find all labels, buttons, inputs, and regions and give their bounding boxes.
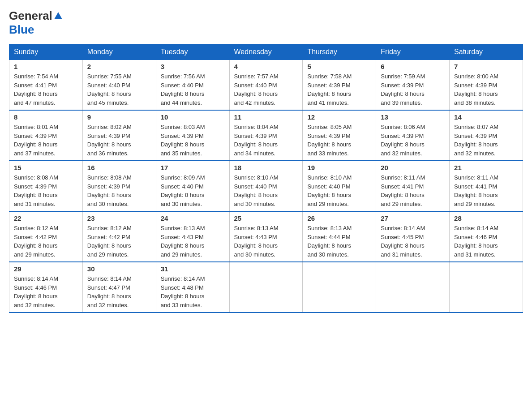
calendar-day-cell <box>376 262 450 313</box>
calendar-header-row: SundayMondayTuesdayWednesdayThursdayFrid… <box>9 44 523 60</box>
day-number: 21 <box>454 164 518 171</box>
calendar-day-cell: 22Sunrise: 8:12 AMSunset: 4:42 PMDayligh… <box>9 211 83 262</box>
calendar-day-cell: 8Sunrise: 8:01 AMSunset: 4:39 PMDaylight… <box>9 110 83 161</box>
day-number: 24 <box>161 214 225 222</box>
day-number: 2 <box>87 63 151 70</box>
day-info: Sunrise: 8:14 AMSunset: 4:46 PMDaylight:… <box>14 275 58 308</box>
calendar-header-thursday: Thursday <box>303 44 376 60</box>
calendar-day-cell: 19Sunrise: 8:10 AMSunset: 4:40 PMDayligh… <box>303 161 376 211</box>
day-info: Sunrise: 7:58 AMSunset: 4:39 PMDaylight:… <box>307 73 352 106</box>
calendar-day-cell: 6Sunrise: 7:59 AMSunset: 4:39 PMDaylight… <box>376 60 450 111</box>
calendar-day-cell: 7Sunrise: 8:00 AMSunset: 4:39 PMDaylight… <box>450 60 523 111</box>
calendar-day-cell <box>229 262 303 313</box>
day-number: 8 <box>14 113 78 121</box>
day-info: Sunrise: 8:02 AMSunset: 4:39 PMDaylight:… <box>87 124 132 157</box>
day-info: Sunrise: 8:11 AMSunset: 4:41 PMDaylight:… <box>381 174 425 207</box>
day-number: 28 <box>454 214 518 222</box>
calendar-day-cell: 14Sunrise: 8:07 AMSunset: 4:39 PMDayligh… <box>450 110 523 161</box>
calendar-week-row: 15Sunrise: 8:08 AMSunset: 4:39 PMDayligh… <box>9 161 523 211</box>
calendar-header-sunday: Sunday <box>9 44 83 60</box>
calendar-day-cell: 15Sunrise: 8:08 AMSunset: 4:39 PMDayligh… <box>9 161 83 211</box>
day-info: Sunrise: 8:10 AMSunset: 4:40 PMDaylight:… <box>307 174 352 207</box>
day-info: Sunrise: 7:57 AMSunset: 4:40 PMDaylight:… <box>234 73 279 106</box>
day-info: Sunrise: 8:14 AMSunset: 4:48 PMDaylight:… <box>161 275 205 308</box>
calendar-day-cell: 2Sunrise: 7:55 AMSunset: 4:40 PMDaylight… <box>82 60 156 111</box>
day-number: 12 <box>307 113 371 121</box>
calendar-day-cell: 23Sunrise: 8:12 AMSunset: 4:42 PMDayligh… <box>82 211 156 262</box>
day-number: 3 <box>161 63 225 70</box>
calendar-day-cell: 21Sunrise: 8:11 AMSunset: 4:41 PMDayligh… <box>450 161 523 211</box>
calendar-day-cell: 24Sunrise: 8:13 AMSunset: 4:43 PMDayligh… <box>156 211 229 262</box>
calendar-day-cell <box>450 262 523 313</box>
calendar-day-cell: 1Sunrise: 7:54 AMSunset: 4:41 PMDaylight… <box>9 60 83 111</box>
calendar-day-cell: 28Sunrise: 8:14 AMSunset: 4:46 PMDayligh… <box>450 211 523 262</box>
day-number: 17 <box>161 164 225 171</box>
calendar-day-cell: 5Sunrise: 7:58 AMSunset: 4:39 PMDaylight… <box>303 60 376 111</box>
calendar-header-saturday: Saturday <box>450 44 523 60</box>
svg-marker-0 <box>54 12 62 19</box>
day-info: Sunrise: 8:05 AMSunset: 4:39 PMDaylight:… <box>307 124 352 157</box>
day-info: Sunrise: 8:14 AMSunset: 4:47 PMDaylight:… <box>87 275 132 308</box>
calendar-day-cell: 9Sunrise: 8:02 AMSunset: 4:39 PMDaylight… <box>82 110 156 161</box>
day-info: Sunrise: 8:08 AMSunset: 4:39 PMDaylight:… <box>14 174 58 207</box>
day-number: 14 <box>454 113 518 121</box>
day-number: 10 <box>161 113 225 121</box>
logo-general-text: General <box>9 9 52 23</box>
day-info: Sunrise: 8:06 AMSunset: 4:39 PMDaylight:… <box>381 124 425 157</box>
calendar-header-friday: Friday <box>376 44 450 60</box>
calendar-day-cell <box>303 262 376 313</box>
calendar-day-cell: 26Sunrise: 8:13 AMSunset: 4:44 PMDayligh… <box>303 211 376 262</box>
day-info: Sunrise: 8:10 AMSunset: 4:40 PMDaylight:… <box>234 174 279 207</box>
day-number: 30 <box>87 265 151 273</box>
day-info: Sunrise: 7:56 AMSunset: 4:40 PMDaylight:… <box>161 73 205 106</box>
day-number: 19 <box>307 164 371 171</box>
day-info: Sunrise: 8:14 AMSunset: 4:46 PMDaylight:… <box>454 225 498 258</box>
day-info: Sunrise: 7:55 AMSunset: 4:40 PMDaylight:… <box>87 73 132 106</box>
day-number: 29 <box>14 265 78 273</box>
day-number: 13 <box>381 113 445 121</box>
calendar-day-cell: 16Sunrise: 8:08 AMSunset: 4:39 PMDayligh… <box>82 161 156 211</box>
calendar-day-cell: 4Sunrise: 7:57 AMSunset: 4:40 PMDaylight… <box>229 60 303 111</box>
calendar-day-cell: 17Sunrise: 8:09 AMSunset: 4:40 PMDayligh… <box>156 161 229 211</box>
day-number: 4 <box>234 63 298 70</box>
day-number: 31 <box>161 265 225 273</box>
day-number: 26 <box>307 214 371 222</box>
day-info: Sunrise: 8:03 AMSunset: 4:39 PMDaylight:… <box>161 124 205 157</box>
calendar-day-cell: 25Sunrise: 8:13 AMSunset: 4:43 PMDayligh… <box>229 211 303 262</box>
logo: General Blue <box>9 9 62 37</box>
calendar-day-cell: 20Sunrise: 8:11 AMSunset: 4:41 PMDayligh… <box>376 161 450 211</box>
day-info: Sunrise: 8:07 AMSunset: 4:39 PMDaylight:… <box>454 124 498 157</box>
day-number: 5 <box>307 63 371 70</box>
day-info: Sunrise: 8:12 AMSunset: 4:42 PMDaylight:… <box>87 225 132 258</box>
calendar-day-cell: 30Sunrise: 8:14 AMSunset: 4:47 PMDayligh… <box>82 262 156 313</box>
day-info: Sunrise: 8:00 AMSunset: 4:39 PMDaylight:… <box>454 73 498 106</box>
day-number: 7 <box>454 63 518 70</box>
day-number: 11 <box>234 113 298 121</box>
day-number: 6 <box>381 63 445 70</box>
day-info: Sunrise: 8:09 AMSunset: 4:40 PMDaylight:… <box>161 174 205 207</box>
calendar-day-cell: 12Sunrise: 8:05 AMSunset: 4:39 PMDayligh… <box>303 110 376 161</box>
day-number: 1 <box>14 63 78 70</box>
calendar-week-row: 22Sunrise: 8:12 AMSunset: 4:42 PMDayligh… <box>9 211 523 262</box>
day-number: 9 <box>87 113 151 121</box>
calendar-week-row: 1Sunrise: 7:54 AMSunset: 4:41 PMDaylight… <box>9 60 523 111</box>
logo-triangle-icon <box>54 12 62 21</box>
day-info: Sunrise: 8:11 AMSunset: 4:41 PMDaylight:… <box>454 174 498 207</box>
calendar-day-cell: 31Sunrise: 8:14 AMSunset: 4:48 PMDayligh… <box>156 262 229 313</box>
calendar-day-cell: 3Sunrise: 7:56 AMSunset: 4:40 PMDaylight… <box>156 60 229 111</box>
calendar-table: SundayMondayTuesdayWednesdayThursdayFrid… <box>9 44 523 313</box>
calendar-day-cell: 29Sunrise: 8:14 AMSunset: 4:46 PMDayligh… <box>9 262 83 313</box>
day-number: 20 <box>381 164 445 171</box>
day-number: 23 <box>87 214 151 222</box>
day-info: Sunrise: 8:13 AMSunset: 4:44 PMDaylight:… <box>307 225 352 258</box>
day-info: Sunrise: 7:59 AMSunset: 4:39 PMDaylight:… <box>381 73 425 106</box>
logo-blue-text: Blue <box>9 23 34 36</box>
calendar-day-cell: 27Sunrise: 8:14 AMSunset: 4:45 PMDayligh… <box>376 211 450 262</box>
day-number: 18 <box>234 164 298 171</box>
calendar-week-row: 8Sunrise: 8:01 AMSunset: 4:39 PMDaylight… <box>9 110 523 161</box>
calendar-week-row: 29Sunrise: 8:14 AMSunset: 4:46 PMDayligh… <box>9 262 523 313</box>
day-info: Sunrise: 8:01 AMSunset: 4:39 PMDaylight:… <box>14 124 58 157</box>
day-info: Sunrise: 8:04 AMSunset: 4:39 PMDaylight:… <box>234 124 279 157</box>
day-info: Sunrise: 7:54 AMSunset: 4:41 PMDaylight:… <box>14 73 58 106</box>
calendar-day-cell: 13Sunrise: 8:06 AMSunset: 4:39 PMDayligh… <box>376 110 450 161</box>
